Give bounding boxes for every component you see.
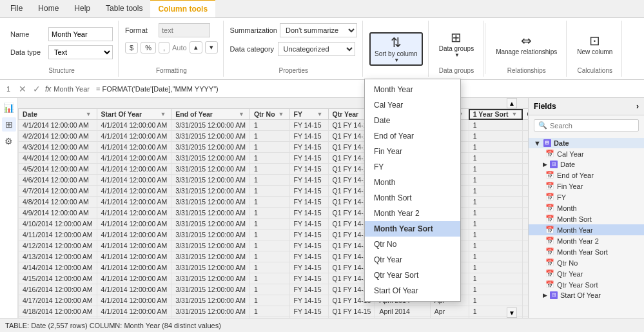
table-cell[interactable]: 4/19/2014 12:00:00 AM <box>19 317 97 318</box>
sidebar-icon-model[interactable]: ⚙ <box>2 134 16 148</box>
field-item-month-year-2[interactable]: 📅Month Year 2 <box>529 235 644 246</box>
sidebar-icon-data[interactable]: ⊞ <box>2 117 16 132</box>
col-filter-4[interactable]: ▼ <box>316 110 324 118</box>
data-groups-button[interactable]: ⊞ Data groups ▼ <box>435 28 478 59</box>
table-cell[interactable]: FY 14-15 <box>289 153 328 164</box>
table-cell[interactable]: FY 14-15 <box>289 284 328 295</box>
table-cell[interactable]: 1 <box>469 197 523 208</box>
sort-by-column-button[interactable]: ⇅ Sort by column ▼ <box>369 32 423 66</box>
table-cell[interactable]: 1 <box>249 284 289 295</box>
format-input[interactable] <box>159 23 210 37</box>
table-cell[interactable]: 4/4/2014 12:00:00 AM <box>19 153 97 164</box>
table-cell[interactable]: 1 <box>249 131 289 142</box>
table-cell[interactable]: 4/1/2014 12:00:00 AM <box>97 153 171 164</box>
table-cell[interactable]: 4/1/2014 12:00:00 AM <box>97 317 171 318</box>
table-cell[interactable]: 1 <box>469 142 523 153</box>
scroll-down-button[interactable]: ▼ <box>507 308 517 318</box>
date-group-header[interactable]: ▼ ⊞ Date <box>529 138 644 148</box>
comma-button[interactable]: , <box>159 42 170 54</box>
table-cell[interactable] <box>523 153 528 164</box>
table-cell[interactable]: 1 <box>249 251 289 262</box>
dropdown-item-startofyear[interactable]: Start Of Year <box>365 283 460 298</box>
dropdown-item-calyear[interactable]: Cal Year <box>365 97 460 113</box>
dropdown-item-monthsort[interactable]: Month Sort <box>365 190 460 206</box>
table-cell[interactable]: 3/31/2015 12:00:00 AM <box>171 153 250 164</box>
table-cell[interactable]: 1 <box>469 295 523 306</box>
table-cell[interactable]: FY 14-15 <box>289 262 328 273</box>
table-cell[interactable]: 3/31/2015 12:00:00 AM <box>171 251 250 262</box>
field-item-date[interactable]: ▶⊞Date <box>529 159 644 170</box>
table-col-header-date[interactable]: Date▼ <box>19 109 97 120</box>
table-cell[interactable]: 4/16/2014 12:00:00 AM <box>19 284 97 295</box>
table-cell[interactable]: 3/31/2015 12:00:00 AM <box>171 295 250 306</box>
field-item-fy[interactable]: 📅FY <box>529 191 644 202</box>
table-cell[interactable]: 4/1/2014 12:00:00 AM <box>97 131 171 142</box>
table-cell[interactable]: 4/1/2014 12:00:00 AM <box>97 120 171 131</box>
dropdown-item-monthyearsort[interactable]: Month Year Sort <box>365 221 460 237</box>
table-cell[interactable]: 4/15/2014 12:00:00 AM <box>19 273 97 284</box>
table-cell[interactable]: 1 <box>249 229 289 240</box>
dropdown-item-fy[interactable]: FY <box>365 159 460 175</box>
datatype-select[interactable]: Text <box>48 45 113 59</box>
table-cell[interactable]: 1 <box>249 306 289 317</box>
col-filter-1[interactable]: ▼ <box>159 110 167 118</box>
table-cell[interactable] <box>523 284 528 295</box>
table-cell[interactable]: 3/31/2015 12:00:00 AM <box>171 306 250 317</box>
field-item-month-year-sort[interactable]: 📅Month Year Sort <box>529 246 644 257</box>
table-cell[interactable]: 4/1/2014 12:00:00 AM <box>97 175 171 186</box>
table-cell[interactable]: 1 <box>469 175 523 186</box>
table-cell[interactable]: Q1 FY 14-15 <box>328 306 375 317</box>
table-cell[interactable]: 1 <box>249 142 289 153</box>
table-cell[interactable]: 4/12/2014 12:00:00 AM <box>19 240 97 251</box>
table-cell[interactable]: April 2014 <box>375 317 430 318</box>
table-cell[interactable]: 1 <box>249 273 289 284</box>
table-cell[interactable]: 1 <box>469 240 523 251</box>
table-cell[interactable]: 1 <box>469 284 523 295</box>
table-cell[interactable]: 1 <box>249 295 289 306</box>
table-cell[interactable]: 3/31/2015 12:00:00 AM <box>171 229 250 240</box>
table-cell[interactable]: 1 <box>469 208 523 219</box>
table-cell[interactable]: 4/8/2014 12:00:00 AM <box>19 197 97 208</box>
table-cell[interactable]: FY 14-15 <box>289 295 328 306</box>
table-cell[interactable]: 1 <box>249 240 289 251</box>
table-cell[interactable]: 1 <box>469 229 523 240</box>
field-item-qtr-year-sort[interactable]: 📅Qtr Year Sort <box>529 279 644 290</box>
table-cell[interactable]: 1 <box>469 273 523 284</box>
fields-search-box[interactable]: 🔍 <box>534 119 639 132</box>
field-item-fin-year[interactable]: 📅Fin Year <box>529 181 644 191</box>
table-cell[interactable]: 1 <box>469 120 523 131</box>
table-cell[interactable]: 3/31/2015 12:00:00 AM <box>171 131 250 142</box>
dropdown-item-monthyear2[interactable]: Month Year 2 <box>365 206 460 221</box>
table-cell[interactable] <box>523 131 528 142</box>
table-col-header-1-year-sort[interactable]: 1 Year Sort▼ <box>469 109 523 120</box>
table-cell[interactable]: 1 <box>249 153 289 164</box>
table-cell[interactable]: 4/10/2014 12:00:00 AM <box>19 219 97 229</box>
table-cell[interactable]: 3/31/2015 12:00:00 AM <box>171 164 250 175</box>
table-cell[interactable] <box>523 164 528 175</box>
field-item-cal-year[interactable]: 📅Cal Year <box>529 148 644 159</box>
table-cell[interactable]: 1 <box>249 186 289 197</box>
table-cell[interactable]: 1 <box>249 208 289 219</box>
table-cell[interactable]: 4/6/2014 12:00:00 AM <box>19 175 97 186</box>
table-cell[interactable]: FY 14-15 <box>289 306 328 317</box>
table-cell[interactable]: 4/14/2014 12:00:00 AM <box>19 262 97 273</box>
col-filter-8[interactable]: ▼ <box>510 110 518 118</box>
table-cell[interactable]: 4/13/2014 12:00:00 AM <box>19 251 97 262</box>
table-cell[interactable]: 1 <box>469 219 523 229</box>
table-cell[interactable]: 4/2/2014 12:00:00 AM <box>19 131 97 142</box>
table-cell[interactable]: FY 14-15 <box>289 240 328 251</box>
table-cell[interactable]: 3/31/2015 12:00:00 AM <box>171 175 250 186</box>
table-cell[interactable]: 4/1/2014 12:00:00 AM <box>19 120 97 131</box>
tab-table-tools[interactable]: Table tools <box>98 0 150 17</box>
table-cell[interactable]: 1 <box>249 317 289 318</box>
tab-column-tools[interactable]: Column tools <box>150 0 215 17</box>
table-cell[interactable]: FY 14-15 <box>289 120 328 131</box>
dropdown-item-month[interactable]: Month <box>365 175 460 190</box>
field-item-month-sort[interactable]: 📅Month Sort <box>529 213 644 224</box>
table-col-header-start-of-year[interactable]: Start Of Year▼ <box>97 109 171 120</box>
table-cell[interactable]: 4/1/2014 12:00:00 AM <box>97 295 171 306</box>
table-cell[interactable]: 1 <box>249 197 289 208</box>
col-filter-3[interactable]: ▼ <box>277 110 286 118</box>
dropdown-item-qtryear[interactable]: Qtr Year <box>365 252 460 268</box>
dropdown-item-finyear[interactable]: Fin Year <box>365 144 460 159</box>
